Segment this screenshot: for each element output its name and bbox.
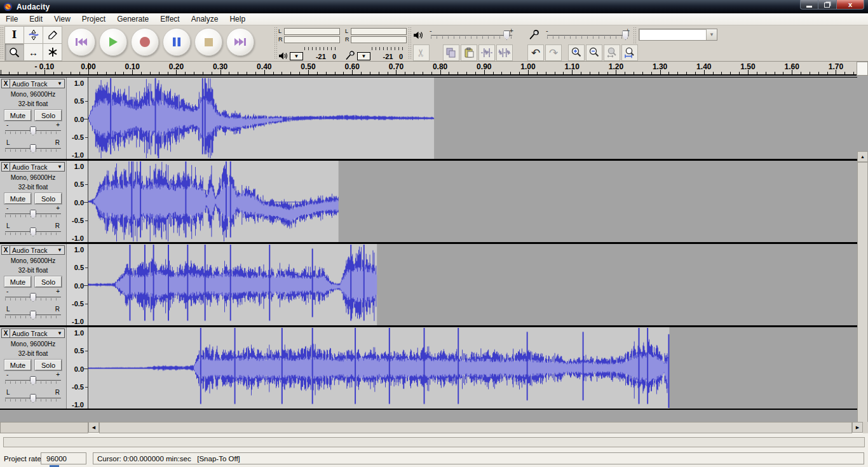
- track-vertical-ruler[interactable]: 1.0 0.5 0.0 -0.5 -1.0: [67, 327, 88, 409]
- restore-icon: [824, 3, 830, 8]
- restore-button[interactable]: [818, 0, 837, 10]
- gain-slider[interactable]: - +: [5, 372, 61, 388]
- close-button[interactable]: x: [837, 0, 864, 10]
- output-meter-dropdown[interactable]: ▼: [290, 52, 303, 60]
- minimize-button[interactable]: [800, 0, 818, 10]
- pan-right-label: R: [55, 389, 60, 396]
- time-shift-tool-button[interactable]: ↔: [24, 43, 43, 61]
- redo-button[interactable]: ↷: [545, 44, 562, 61]
- toolbar-grabber[interactable]: [1, 27, 4, 59]
- horizontal-scrollbar[interactable]: ◀ ▶: [88, 422, 863, 433]
- input-meter-left-bar: [351, 28, 407, 35]
- waveform-canvas-track-4[interactable]: [88, 327, 839, 409]
- meter-toolbar-grabber[interactable]: [275, 27, 278, 59]
- menu-generate[interactable]: Generate: [111, 14, 154, 24]
- envelope-tool-button[interactable]: [24, 26, 43, 44]
- track-menu-button[interactable]: Audio Track ▼: [10, 328, 65, 338]
- ruler-corner: [857, 62, 868, 76]
- menu-project[interactable]: Project: [76, 14, 111, 24]
- scroll-left-button[interactable]: ◀: [88, 422, 99, 433]
- scroll-up-button[interactable]: ▲: [857, 151, 868, 162]
- track-menu-button[interactable]: Audio Track ▼: [10, 245, 65, 255]
- menu-effect[interactable]: Effect: [154, 14, 185, 24]
- pan-slider[interactable]: L R: [5, 389, 61, 406]
- track-close-button[interactable]: X: [1, 245, 10, 255]
- waveform-canvas-track-3[interactable]: [88, 244, 839, 325]
- track-close-button[interactable]: X: [1, 79, 10, 88]
- mixer-toolbar-grabber[interactable]: [409, 27, 412, 59]
- horizontal-scroll-thumb[interactable]: [99, 422, 852, 433]
- record-button[interactable]: [131, 28, 159, 56]
- output-meter-scale-low: -21: [316, 53, 326, 60]
- track-menu-arrow-icon: ▼: [57, 247, 62, 253]
- timeline-ruler[interactable]: - 0.100.000.100.200.300.400.500.600.700.…: [0, 62, 857, 76]
- pause-button[interactable]: [163, 28, 191, 56]
- input-meter[interactable]: L R: [345, 27, 407, 44]
- gain-slider[interactable]: - +: [5, 288, 61, 305]
- waveform-canvas-track-1[interactable]: [88, 78, 839, 159]
- input-device-combobox[interactable]: ▼: [639, 29, 717, 41]
- trim-icon: [480, 48, 493, 58]
- pan-slider[interactable]: L R: [5, 223, 61, 240]
- output-meter[interactable]: L R: [278, 27, 340, 44]
- gain-minus-label: -: [6, 288, 8, 295]
- solo-button[interactable]: Solo: [35, 193, 62, 204]
- solo-button[interactable]: Solo: [35, 360, 62, 370]
- draw-tool-button[interactable]: [43, 26, 62, 44]
- zoom-in-button[interactable]: [568, 44, 585, 61]
- mute-button[interactable]: Mute: [4, 360, 31, 370]
- skip-to-start-button[interactable]: [67, 28, 95, 56]
- stop-icon: [204, 37, 214, 47]
- copy-button[interactable]: [443, 44, 459, 61]
- undo-button[interactable]: ↶: [527, 44, 544, 61]
- multi-tool-button[interactable]: [43, 43, 62, 61]
- track-close-button[interactable]: X: [1, 162, 10, 172]
- mute-button[interactable]: Mute: [4, 110, 31, 121]
- track-vertical-ruler[interactable]: 1.0 0.5 0.0 -0.5 -1.0: [67, 161, 88, 242]
- trim-button[interactable]: [478, 44, 495, 61]
- solo-button[interactable]: Solo: [35, 110, 62, 121]
- menu-help[interactable]: Help: [224, 14, 251, 24]
- menu-analyze[interactable]: Analyze: [186, 14, 224, 24]
- horizontal-scrollbar-row: ◀ ▶: [0, 422, 868, 433]
- track-vertical-ruler[interactable]: 1.0 0.5 0.0 -0.5 -1.0: [67, 78, 88, 159]
- selection-tool-button[interactable]: I: [4, 26, 24, 44]
- track-close-button[interactable]: X: [1, 328, 10, 338]
- zoom-tool-icon: [9, 47, 20, 58]
- skip-to-end-button[interactable]: [226, 28, 254, 56]
- gain-slider[interactable]: - +: [5, 122, 61, 139]
- pan-slider[interactable]: L R: [5, 306, 61, 323]
- vertical-scroll-thumb[interactable]: [857, 162, 868, 422]
- fit-selection-button[interactable]: [604, 44, 620, 61]
- zoom-out-button[interactable]: [586, 44, 602, 61]
- track-menu-arrow-icon: ▼: [57, 164, 62, 170]
- fit-project-button[interactable]: [621, 44, 638, 61]
- track-menu-button[interactable]: Audio Track ▼: [10, 162, 65, 172]
- gain-slider[interactable]: - +: [5, 205, 61, 222]
- track-vertical-ruler[interactable]: 1.0 0.5 0.0 -0.5 -1.0: [67, 244, 88, 325]
- vertical-scrollbar[interactable]: ▲ ▼: [857, 151, 868, 422]
- waveform-canvas-track-2[interactable]: [88, 161, 839, 242]
- track-menu-button[interactable]: Audio Track ▼: [10, 79, 65, 88]
- silence-button[interactable]: [496, 44, 513, 61]
- cut-button[interactable]: ✂: [413, 44, 430, 61]
- stop-button[interactable]: [194, 28, 222, 56]
- mute-button[interactable]: Mute: [4, 193, 31, 204]
- menu-edit[interactable]: Edit: [24, 14, 48, 24]
- combobox-arrow-button[interactable]: ▼: [706, 29, 717, 40]
- menu-file[interactable]: File: [0, 14, 24, 24]
- output-volume-slider[interactable]: - +: [430, 28, 513, 42]
- play-button[interactable]: [99, 28, 127, 56]
- input-meter-dropdown[interactable]: ▼: [357, 52, 370, 60]
- skip-to-start-icon: [74, 37, 88, 47]
- input-volume-slider[interactable]: - +: [546, 28, 630, 42]
- pan-slider[interactable]: L R: [5, 140, 61, 156]
- scroll-right-button[interactable]: ▶: [852, 422, 863, 433]
- zoom-tool-button[interactable]: [4, 43, 24, 61]
- meter-toolbar: L R L R ▼ -21 0: [278, 27, 407, 60]
- mute-button[interactable]: Mute: [4, 276, 31, 287]
- solo-button[interactable]: Solo: [35, 276, 62, 287]
- menu-view[interactable]: View: [48, 14, 76, 24]
- paste-button[interactable]: [461, 44, 477, 61]
- audio-track-2: X Audio Track ▼ Mono, 96000Hz 32-bit flo…: [0, 160, 857, 243]
